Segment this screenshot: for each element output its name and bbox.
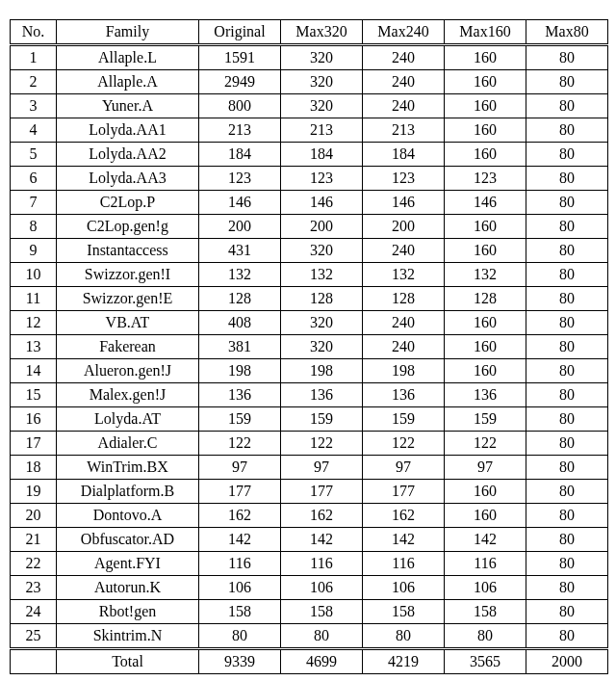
cell-value: 184: [363, 143, 445, 167]
cell-value: 80: [526, 311, 608, 335]
cell-value: 200: [199, 215, 281, 239]
total-max80: 2000: [526, 649, 608, 674]
table-row: 3Yuner.A80032024016080: [11, 94, 608, 118]
cell-value: 80: [526, 45, 608, 70]
table-row: 7C2Lop.P14614614614680: [11, 191, 608, 215]
cell-value: 198: [199, 359, 281, 383]
cell-value: 240: [363, 311, 445, 335]
cell-family: Lolyda.AA2: [57, 143, 199, 167]
cell-value: 80: [526, 191, 608, 215]
cell-value: 146: [363, 191, 445, 215]
cell-value: 240: [363, 94, 445, 118]
cell-value: 158: [199, 600, 281, 624]
table-row: 16Lolyda.AT15915915915980: [11, 407, 608, 432]
total-label: Total: [57, 649, 199, 674]
cell-no: 1: [11, 45, 57, 70]
cell-family: Agent.FYI: [57, 552, 199, 576]
cell-value: 97: [445, 456, 526, 480]
cell-value: 123: [281, 167, 363, 191]
cell-family: Instantaccess: [57, 239, 199, 263]
cell-value: 132: [199, 263, 281, 287]
table-row: 24Rbot!gen15815815815880: [11, 600, 608, 624]
cell-value: 136: [281, 383, 363, 407]
cell-family: Swizzor.gen!I: [57, 263, 199, 287]
cell-value: 128: [363, 287, 445, 311]
cell-value: 136: [199, 383, 281, 407]
cell-family: Lolyda.AA1: [57, 118, 199, 143]
cell-family: Lolyda.AT: [57, 407, 199, 432]
table-total-row: Total 9339 4699 4219 3565 2000: [11, 649, 608, 674]
cell-family: Yuner.A: [57, 94, 199, 118]
cell-no: 9: [11, 239, 57, 263]
cell-value: 80: [363, 624, 445, 649]
cell-value: 106: [281, 576, 363, 600]
cell-value: 213: [363, 118, 445, 143]
cell-value: 408: [199, 311, 281, 335]
table-row: 2Allaple.A294932024016080: [11, 70, 608, 94]
cell-family: C2Lop.P: [57, 191, 199, 215]
cell-no: 10: [11, 263, 57, 287]
cell-family: Obfuscator.AD: [57, 528, 199, 552]
table-row: 4Lolyda.AA121321321316080: [11, 118, 608, 143]
cell-value: 160: [445, 311, 526, 335]
table-row: 22Agent.FYI11611611611680: [11, 552, 608, 576]
cell-value: 80: [526, 143, 608, 167]
cell-value: 177: [199, 480, 281, 504]
cell-value: 162: [199, 504, 281, 528]
cell-no: 4: [11, 118, 57, 143]
cell-value: 136: [363, 383, 445, 407]
cell-value: 240: [363, 45, 445, 70]
table-row: 14Alueron.gen!J19819819816080: [11, 359, 608, 383]
cell-value: 320: [281, 239, 363, 263]
cell-value: 80: [526, 239, 608, 263]
table-row: 5Lolyda.AA218418418416080: [11, 143, 608, 167]
cell-value: 160: [445, 239, 526, 263]
cell-no: 23: [11, 576, 57, 600]
cell-value: 116: [445, 552, 526, 576]
table-row: 19Dialplatform.B17717717716080: [11, 480, 608, 504]
cell-value: 80: [526, 167, 608, 191]
cell-value: 80: [199, 624, 281, 649]
col-family: Family: [57, 20, 199, 45]
cell-value: 431: [199, 239, 281, 263]
cell-value: 160: [445, 480, 526, 504]
cell-value: 198: [363, 359, 445, 383]
cell-value: 80: [526, 600, 608, 624]
cell-no: 12: [11, 311, 57, 335]
cell-value: 159: [281, 407, 363, 432]
cell-value: 80: [526, 407, 608, 432]
cell-value: 116: [363, 552, 445, 576]
cell-value: 200: [281, 215, 363, 239]
table-row: 13Fakerean38132024016080: [11, 335, 608, 359]
cell-value: 116: [199, 552, 281, 576]
cell-family: Adialer.C: [57, 432, 199, 456]
cell-no: 21: [11, 528, 57, 552]
cell-value: 128: [199, 287, 281, 311]
table-row: 25Skintrim.N8080808080: [11, 624, 608, 649]
col-max160: Max160: [445, 20, 526, 45]
col-max320: Max320: [281, 20, 363, 45]
cell-family: C2Lop.gen!g: [57, 215, 199, 239]
table-row: 11Swizzor.gen!E12812812812880: [11, 287, 608, 311]
cell-no: 7: [11, 191, 57, 215]
cell-value: 136: [445, 383, 526, 407]
cell-value: 116: [281, 552, 363, 576]
cell-value: 158: [281, 600, 363, 624]
cell-value: 123: [363, 167, 445, 191]
cell-family: Autorun.K: [57, 576, 199, 600]
cell-value: 97: [281, 456, 363, 480]
cell-value: 80: [526, 480, 608, 504]
cell-value: 142: [199, 528, 281, 552]
cell-value: 320: [281, 70, 363, 94]
cell-value: 97: [363, 456, 445, 480]
cell-value: 80: [526, 624, 608, 649]
cell-value: 146: [199, 191, 281, 215]
cell-family: Swizzor.gen!E: [57, 287, 199, 311]
cell-value: 160: [445, 45, 526, 70]
cell-family: WinTrim.BX: [57, 456, 199, 480]
cell-value: 132: [281, 263, 363, 287]
cell-family: Allaple.A: [57, 70, 199, 94]
cell-value: 80: [526, 456, 608, 480]
cell-value: 800: [199, 94, 281, 118]
cell-family: Dontovo.A: [57, 504, 199, 528]
